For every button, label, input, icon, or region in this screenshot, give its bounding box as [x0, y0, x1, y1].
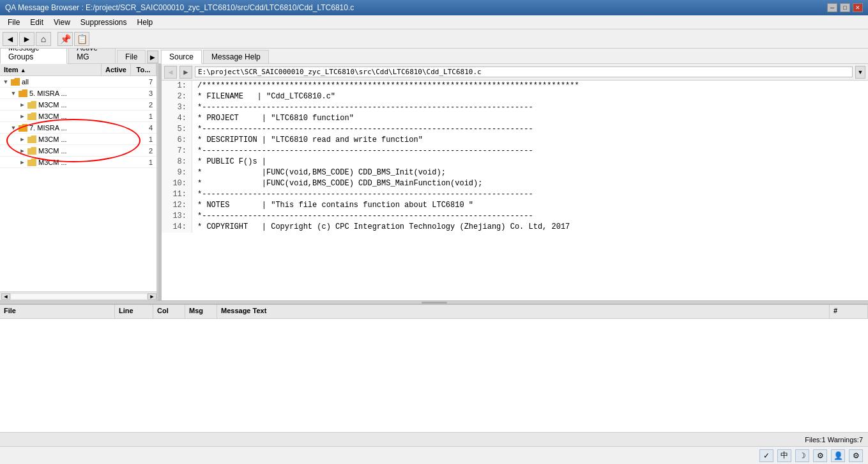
tab-file[interactable]: File: [117, 50, 146, 63]
col-line: Line: [115, 305, 153, 318]
minimize-button[interactable]: ─: [827, 3, 837, 12]
scroll-right[interactable]: ►: [148, 293, 156, 300]
tab-message-help[interactable]: Message Help: [203, 50, 269, 63]
code-line: 14:* COPYRIGHT | Copyright (c) CPC Integ…: [162, 222, 868, 233]
workspace: Message Groups Active MG File ▶ Source M…: [0, 49, 868, 464]
bottom-content[interactable]: [0, 319, 868, 432]
expander-m3cm1[interactable]: ►: [18, 100, 27, 109]
toolbar: ◄ ► ⌂ 📌 📋: [0, 29, 868, 49]
maximize-button[interactable]: □: [840, 3, 850, 12]
label-m3cm5: M3CM ...: [38, 159, 137, 166]
menu-edit[interactable]: Edit: [25, 17, 49, 28]
count-all: 7: [137, 78, 156, 86]
line-number: 1:: [162, 81, 192, 91]
tree-row-m3cm2[interactable]: ► M3CM ... 1: [0, 111, 156, 122]
line-content: * |FUNC(void,BMS_CODE) CDD_BMS_MainFunct…: [192, 178, 482, 189]
tree-row-m3cm3[interactable]: ► M3CM ... 1: [0, 134, 156, 145]
expander-misra7[interactable]: ▼: [9, 123, 18, 132]
code-line: 2:* FILENAME | "Cdd_LTC6810.c": [162, 91, 868, 102]
line-content: * COPYRIGHT | Copyright (c) CPC Integrat…: [192, 222, 570, 233]
line-number: 14:: [162, 222, 192, 233]
plugin-button[interactable]: ⚙: [813, 449, 827, 462]
menu-suppressions[interactable]: Suppressions: [75, 17, 132, 28]
code-line: 3:*-------------------------------------…: [162, 102, 868, 113]
bottom-toolbar: ✓ 中 ☽ ⚙ 👤 ⚙: [0, 446, 868, 464]
label-m3cm1: M3CM ...: [38, 101, 137, 109]
left-header: Item ▲ Active To...: [0, 64, 156, 76]
close-button[interactable]: ✕: [853, 3, 863, 12]
menu-file[interactable]: File: [3, 17, 25, 28]
line-content: * |FUNC(void,BMS_CODE) CDD_BMS_Init(void…: [192, 167, 446, 178]
label-m3cm3: M3CM ...: [38, 135, 137, 143]
line-number: 13:: [162, 211, 192, 222]
tree-row-m3cm1[interactable]: ► M3CM ... 2: [0, 99, 156, 111]
tab-message-groups[interactable]: Message Groups: [0, 49, 67, 64]
code-area[interactable]: 1:/*************************************…: [162, 81, 868, 300]
titlebar-title: QA Message Browser : E:/project/SCR_SAIC…: [5, 3, 354, 12]
folder-icon-misra7: [18, 123, 28, 133]
back-button[interactable]: ◄: [3, 32, 18, 46]
menu-view[interactable]: View: [49, 17, 75, 28]
folder-icon-m3cm4: [27, 146, 37, 156]
nav-dropdown[interactable]: ▼: [855, 66, 865, 79]
code-line: 11:*------------------------------------…: [162, 189, 868, 200]
menu-help[interactable]: Help: [132, 17, 158, 28]
chinese-button[interactable]: 中: [777, 449, 791, 462]
line-number: 9:: [162, 167, 192, 178]
line-number: 6:: [162, 135, 192, 146]
tree-area[interactable]: ▼ all 7 ▼ 5. MISRA ... 3: [0, 76, 156, 291]
file-path-input[interactable]: [195, 66, 853, 77]
code-line: 1:/*************************************…: [162, 81, 868, 91]
tree-row-all[interactable]: ▼ all 7: [0, 76, 156, 88]
home-button[interactable]: ⌂: [36, 32, 51, 46]
bottom-panel: File Line Col Msg Message Text #: [0, 304, 868, 432]
nav-bar: ◄ ► ▼: [162, 64, 868, 81]
tree-row-m3cm4[interactable]: ► M3CM ... 2: [0, 145, 156, 157]
line-number: 4:: [162, 113, 192, 124]
code-line: 7:*-------------------------------------…: [162, 146, 868, 157]
scroll-left[interactable]: ◄: [1, 293, 10, 300]
expander-m3cm4[interactable]: ►: [18, 146, 27, 155]
expander-m3cm3[interactable]: ►: [18, 135, 27, 144]
titlebar-controls: ─ □ ✕: [827, 3, 863, 12]
line-content: *---------------------------------------…: [192, 124, 533, 135]
tab-expander[interactable]: ▶: [147, 50, 158, 63]
folder-icon-misra5: [18, 88, 28, 98]
pin-button[interactable]: 📌: [57, 32, 73, 46]
statusbar: Files:1 Warnings:7: [0, 432, 868, 446]
line-content: * NOTES | "This file contains function a…: [192, 200, 473, 211]
col-total: To...: [131, 64, 156, 75]
nav-forward-button[interactable]: ►: [179, 66, 192, 79]
status-text: Files:1 Warnings:7: [805, 436, 863, 444]
tab-source[interactable]: Source: [161, 50, 202, 64]
export-button[interactable]: 📋: [74, 32, 89, 46]
line-content: *---------------------------------------…: [192, 189, 533, 200]
user-button[interactable]: 👤: [831, 449, 845, 462]
tree-row-m3cm5[interactable]: ► M3CM ... 1: [0, 157, 156, 168]
tree-row-misra5[interactable]: ▼ 5. MISRA ... 3: [0, 88, 156, 99]
count-m3cm1: 2: [137, 101, 156, 109]
line-number: 12:: [162, 200, 192, 211]
moon-button[interactable]: ☽: [795, 449, 809, 462]
line-content: * FILENAME | "Cdd_LTC6810.c": [192, 91, 335, 102]
tab-active-mg[interactable]: Active MG: [68, 49, 116, 63]
line-number: 10:: [162, 178, 192, 189]
settings-button[interactable]: ⚙: [849, 449, 863, 462]
upper-area: Item ▲ Active To... ▼ all 7: [0, 64, 868, 300]
expander-m3cm2[interactable]: ►: [18, 112, 27, 121]
expander-m3cm5[interactable]: ►: [18, 158, 27, 167]
right-panel: ◄ ► ▼ 1:/*******************************…: [162, 64, 868, 300]
expander-all[interactable]: ▼: [1, 77, 10, 86]
count-misra7: 4: [137, 124, 156, 132]
forward-button[interactable]: ►: [19, 32, 34, 46]
left-scrollbar[interactable]: ◄ ►: [0, 291, 156, 300]
nav-back-button[interactable]: ◄: [164, 66, 177, 79]
code-line: 9:* |FUNC(void,BMS_CODE) CDD_BMS_Init(vo…: [162, 167, 868, 178]
tree-row-misra7[interactable]: ▼ 7. MISRA ... 4: [0, 122, 156, 134]
col-file: File: [0, 305, 115, 318]
check-button[interactable]: ✓: [759, 449, 773, 462]
line-number: 8:: [162, 157, 192, 167]
expander-misra5[interactable]: ▼: [9, 89, 18, 98]
line-number: 5:: [162, 124, 192, 135]
count-m3cm2: 1: [137, 112, 156, 120]
